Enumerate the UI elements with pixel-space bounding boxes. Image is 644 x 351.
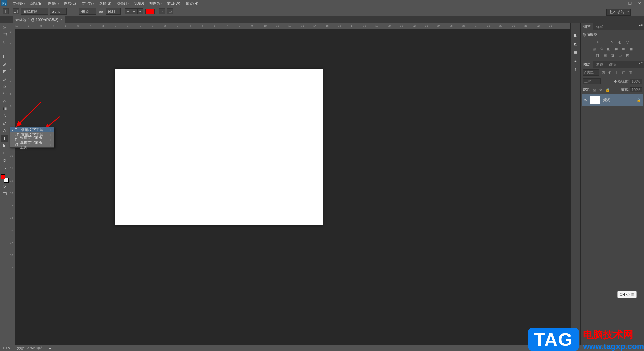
filter-shape-icon[interactable]: ▢ bbox=[621, 70, 626, 75]
paragraph-panel-icon[interactable]: ¶ bbox=[572, 66, 579, 73]
warp-text-button[interactable]: ⫡ bbox=[159, 8, 165, 14]
levels-icon[interactable]: ⟊ bbox=[602, 39, 608, 45]
history-brush-tool[interactable] bbox=[1, 91, 8, 97]
flyout-vertical-mask[interactable]: ↓T 直排文字蒙版工具 T bbox=[10, 142, 54, 147]
exposure-icon[interactable]: ◐ bbox=[617, 39, 623, 45]
tab-channels[interactable]: 通道 bbox=[593, 61, 606, 68]
screenmode-button[interactable] bbox=[1, 191, 8, 197]
tab-paths[interactable]: 路径 bbox=[606, 61, 619, 68]
selective-color-icon[interactable]: ◩ bbox=[625, 53, 630, 58]
menu-help[interactable]: 帮助(H) bbox=[183, 0, 201, 7]
posterize-icon[interactable]: ▤ bbox=[602, 53, 608, 58]
photo-filter-icon[interactable]: ◉ bbox=[613, 46, 619, 51]
filter-pixel-icon[interactable]: ▧ bbox=[601, 70, 606, 75]
text-color-swatch[interactable] bbox=[145, 9, 155, 14]
eraser-tool[interactable] bbox=[1, 98, 8, 105]
pen-tool[interactable] bbox=[1, 128, 8, 134]
canvas-area[interactable] bbox=[15, 30, 570, 345]
maximize-button[interactable]: ❐ bbox=[627, 1, 633, 6]
align-center-button[interactable]: ≡ bbox=[131, 8, 137, 14]
menu-edit[interactable]: 编辑(E) bbox=[28, 0, 45, 7]
layer-row-background[interactable]: 👁 背景 🔒 bbox=[582, 94, 643, 106]
menu-filter[interactable]: 滤镜(T) bbox=[114, 0, 131, 7]
magic-wand-tool[interactable] bbox=[1, 46, 8, 53]
filter-type-icon[interactable]: T bbox=[614, 70, 620, 75]
swatches-panel-icon[interactable]: ▦ bbox=[572, 49, 579, 56]
close-button[interactable]: ✕ bbox=[636, 1, 643, 6]
vibrance-icon[interactable]: ▽ bbox=[625, 39, 630, 45]
color-picker[interactable] bbox=[1, 174, 9, 183]
flyout-horizontal-type[interactable]: ■ T 横排文字工具 T bbox=[10, 127, 54, 132]
character-panel-icon[interactable]: A bbox=[572, 58, 579, 64]
menu-select[interactable]: 选择(S) bbox=[96, 0, 114, 7]
character-panel-button[interactable]: ▭ bbox=[167, 8, 173, 14]
lock-all-icon[interactable]: 🔒 bbox=[605, 87, 610, 92]
healing-brush-tool[interactable] bbox=[1, 68, 8, 75]
menu-3d[interactable]: 3D(D) bbox=[131, 1, 147, 6]
workspace-switcher[interactable]: 基本功能 bbox=[606, 9, 631, 16]
menu-layer[interactable]: 图层(L) bbox=[61, 0, 78, 7]
crop-tool[interactable] bbox=[1, 54, 8, 60]
filter-adjust-icon[interactable]: ◐ bbox=[607, 70, 613, 75]
curves-icon[interactable]: ∿ bbox=[610, 39, 615, 45]
fill-input[interactable]: 100% bbox=[630, 87, 642, 92]
menu-image[interactable]: 图像(I) bbox=[45, 0, 61, 7]
color-balance-icon[interactable]: ⚖ bbox=[599, 46, 604, 51]
blur-tool[interactable] bbox=[1, 113, 8, 119]
menu-type[interactable]: 文字(Y) bbox=[79, 0, 97, 7]
filter-smart-icon[interactable]: ◫ bbox=[628, 70, 633, 75]
document-tab[interactable]: 未标题-1 @ 100%(RGB/8) × bbox=[13, 16, 65, 23]
antialias-select[interactable]: 锐利▾ bbox=[106, 8, 121, 15]
canvas[interactable] bbox=[115, 69, 323, 225]
color-panel-icon[interactable]: ◩ bbox=[572, 40, 579, 47]
doc-info[interactable]: 文档:1.37M/0 字节 bbox=[17, 346, 44, 351]
type-tool[interactable]: T bbox=[1, 135, 8, 142]
gradient-tool[interactable] bbox=[1, 105, 8, 112]
hand-tool[interactable] bbox=[1, 157, 8, 164]
menu-file[interactable]: 文件(F) bbox=[10, 0, 28, 7]
menu-view[interactable]: 视图(V) bbox=[147, 0, 164, 7]
tab-styles[interactable]: 样式 bbox=[593, 23, 606, 30]
lookup-icon[interactable]: ▣ bbox=[628, 46, 634, 51]
gradient-map-icon[interactable]: ▭ bbox=[617, 53, 623, 58]
font-size-select[interactable]: 48 点▾ bbox=[79, 8, 96, 15]
align-right-button[interactable]: ≡ bbox=[137, 8, 143, 14]
zoom-value[interactable]: 100% bbox=[3, 346, 11, 350]
invert-icon[interactable]: ◨ bbox=[595, 53, 600, 58]
history-panel-icon[interactable]: ◧ bbox=[572, 32, 579, 38]
tool-preset-icon[interactable]: T bbox=[3, 8, 9, 14]
visibility-icon[interactable]: 👁 bbox=[584, 98, 589, 102]
channel-mixer-icon[interactable]: ⊞ bbox=[621, 46, 626, 51]
clone-stamp-tool[interactable] bbox=[1, 83, 8, 90]
minimize-button[interactable]: — bbox=[617, 1, 624, 6]
brightness-icon[interactable]: ☀ bbox=[595, 39, 600, 45]
layer-filter-select[interactable]: ρ 类型 bbox=[583, 69, 599, 76]
path-selection-tool[interactable] bbox=[1, 142, 8, 149]
align-left-button[interactable]: ≡ bbox=[125, 8, 131, 14]
dodge-tool[interactable] bbox=[1, 120, 8, 127]
hue-icon[interactable]: ▦ bbox=[591, 46, 597, 51]
font-style-select[interactable]: Light▾ bbox=[50, 8, 67, 15]
lock-pixels-icon[interactable]: ▧ bbox=[592, 87, 597, 92]
panel-menu-icon[interactable]: ▾≡ bbox=[638, 61, 644, 68]
panel-menu-icon[interactable]: ▾≡ bbox=[638, 23, 644, 30]
tab-adjustments[interactable]: 调整 bbox=[581, 23, 593, 30]
quickmask-button[interactable] bbox=[1, 183, 8, 190]
tab-layers[interactable]: 图层 bbox=[581, 61, 593, 68]
move-tool[interactable] bbox=[1, 24, 8, 31]
eyedropper-tool[interactable] bbox=[1, 61, 8, 68]
lasso-tool[interactable] bbox=[1, 39, 8, 46]
zoom-tool[interactable] bbox=[1, 164, 8, 171]
foreground-color-swatch[interactable] bbox=[1, 174, 5, 179]
blend-mode-select[interactable]: 正常 bbox=[583, 78, 601, 84]
shape-tool[interactable] bbox=[1, 150, 8, 156]
threshold-icon[interactable]: ◪ bbox=[610, 53, 615, 58]
menu-window[interactable]: 窗口(W) bbox=[164, 0, 183, 7]
brush-tool[interactable] bbox=[1, 76, 8, 83]
bw-icon[interactable]: ◧ bbox=[606, 46, 611, 51]
text-orientation-button[interactable]: ⊥T bbox=[13, 8, 19, 14]
layer-thumbnail[interactable] bbox=[590, 96, 600, 104]
marquee-tool[interactable] bbox=[1, 32, 8, 38]
opacity-input[interactable]: 100% bbox=[630, 79, 642, 84]
doc-info-arrow-icon[interactable]: ▸ bbox=[49, 346, 51, 350]
